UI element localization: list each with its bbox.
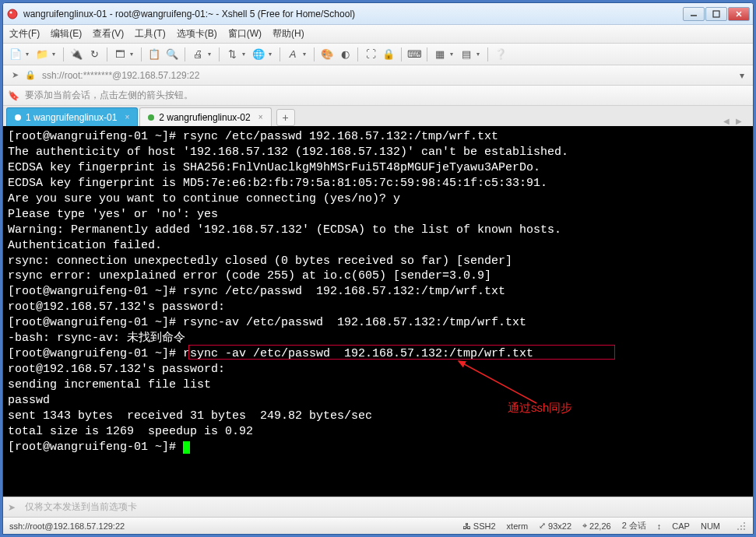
status-size: ⤢ 93x22 <box>539 521 571 531</box>
print-icon[interactable]: 🖨 <box>190 47 206 62</box>
minimize-button[interactable] <box>683 7 705 21</box>
menu-file[interactable]: 文件(F) <box>9 27 40 40</box>
tab-session-2[interactable]: 2 wangrufienglinux-02 × <box>139 107 271 126</box>
status-cap: CAP <box>672 521 690 531</box>
keyboard-icon[interactable]: ⌨ <box>406 47 422 62</box>
send-icon[interactable]: ➤ <box>8 502 22 513</box>
tile-icon[interactable]: ▤ <box>459 47 474 62</box>
dropdown-icon[interactable]: ▾ <box>269 51 275 58</box>
open-folder-icon[interactable]: 📁 <box>34 47 50 62</box>
status-updown-icon: ↕ <box>657 521 662 531</box>
fullscreen-icon[interactable]: ⛶ <box>363 47 378 62</box>
dropdown-icon[interactable]: ▾ <box>52 51 58 58</box>
properties-icon[interactable]: 🗔 <box>112 47 128 62</box>
svg-point-10 <box>737 528 739 530</box>
layout-icon[interactable]: ▦ <box>432 47 448 62</box>
app-window: wangruifenglinux-01 - root@wangruifeng-0… <box>2 2 754 535</box>
svg-point-9 <box>744 525 745 527</box>
menu-window[interactable]: 窗口(W) <box>228 27 262 40</box>
window-controls <box>683 7 750 21</box>
menu-view[interactable]: 查看(V) <box>93 27 124 40</box>
add-tab-button[interactable]: + <box>276 109 295 126</box>
copy-icon[interactable]: 📋 <box>146 47 162 62</box>
close-button[interactable] <box>728 7 750 21</box>
theme-icon[interactable]: ◐ <box>337 47 353 62</box>
terminal-line: Are you sure you want to continue connec… <box>8 191 748 207</box>
address-dropdown-icon[interactable]: ▾ <box>736 70 748 81</box>
arrow-icon[interactable]: ➤ <box>8 68 22 82</box>
dropdown-icon[interactable]: ▾ <box>476 51 483 58</box>
svg-point-8 <box>740 525 742 527</box>
terminal-line: root@192.168.57.132's password: <box>8 300 748 315</box>
svg-point-1 <box>10 11 12 13</box>
tab-close-icon[interactable]: × <box>125 113 129 121</box>
terminal-line: sending incremental file list <box>8 377 748 393</box>
svg-point-11 <box>740 528 742 530</box>
terminal-line: sent 1343 bytes received 31 bytes 249.82… <box>8 409 748 424</box>
search-icon[interactable]: 🔍 <box>164 47 180 62</box>
input-placeholder: 仅将文本发送到当前选项卡 <box>25 500 137 514</box>
new-session-icon[interactable]: 📄 <box>8 47 23 62</box>
help-icon[interactable]: ❔ <box>493 47 508 62</box>
resize-grip-icon[interactable] <box>736 521 747 532</box>
cursor-icon <box>183 441 190 454</box>
terminal-line: [root@wangruifeng-01 ~]# <box>8 440 748 455</box>
terminal[interactable]: [root@wangruifeng-01 ~]# rsync /etc/pass… <box>3 126 753 497</box>
menu-tab[interactable]: 选项卡(B) <box>177 27 217 40</box>
tab-label: 2 wangrufienglinux-02 <box>159 112 250 123</box>
lock-icon[interactable]: 🔒 <box>381 47 396 62</box>
tab-prev-icon[interactable]: ◀ <box>723 115 734 126</box>
toolbar: 📄▾ 📁▾ 🔌 ↻ 🗔▾ 📋 🔍 🖨▾ ⇅▾ 🌐▾ A▾ 🎨 ◐ ⛶ 🔒 ⌨ ▦… <box>3 44 753 65</box>
status-num: NUM <box>701 521 720 531</box>
terminal-line: [root@wangruifeng-01 ~]# rsync /etc/pass… <box>8 129 748 145</box>
dropdown-icon[interactable]: ▾ <box>303 51 309 58</box>
tab-next-icon[interactable]: ▶ <box>736 115 747 126</box>
globe-icon[interactable]: 🌐 <box>251 47 266 62</box>
terminal-line: [root@wangruifeng-01 ~]# rsync -av /etc/… <box>8 346 748 362</box>
lock-small-icon: 🔒 <box>23 68 37 82</box>
terminal-line: Warning: Permanently added '192.168.57.1… <box>8 223 748 238</box>
status-pos: ⌖ 22,26 <box>582 521 611 531</box>
terminal-line: ECDSA key fingerprint is SHA256:FnlVnUac… <box>8 160 748 176</box>
app-icon <box>6 8 19 20</box>
menu-tools[interactable]: 工具(T) <box>135 27 165 40</box>
titlebar[interactable]: wangruifenglinux-01 - root@wangruifeng-0… <box>3 3 753 25</box>
tab-session-1[interactable]: 1 wangruifenglinux-01 × <box>6 107 138 126</box>
maximize-button[interactable] <box>705 7 727 21</box>
window-title: wangruifenglinux-01 - root@wangruifeng-0… <box>23 9 683 19</box>
dropdown-icon[interactable]: ▾ <box>26 51 32 58</box>
menu-edit[interactable]: 编辑(E) <box>51 27 82 40</box>
status-connection: ssh://root@192.168.57.129:22 <box>9 521 452 531</box>
svg-point-12 <box>744 528 745 530</box>
terminal-line: passwd <box>8 393 748 409</box>
tab-label: 1 wangruifenglinux-01 <box>26 112 117 123</box>
color-icon[interactable]: 🎨 <box>319 47 335 62</box>
hint-text: 要添加当前会话，点击左侧的箭头按钮。 <box>25 89 193 102</box>
terminal-line: [root@wangruifeng-01 ~]# rsync-av /etc/p… <box>8 315 748 331</box>
reconnect-icon[interactable]: ↻ <box>86 47 102 62</box>
dropdown-icon[interactable]: ▾ <box>130 51 136 58</box>
svg-point-0 <box>8 9 17 19</box>
tab-close-icon[interactable]: × <box>258 113 263 121</box>
transfer-icon[interactable]: ⇅ <box>224 47 240 62</box>
menubar: 文件(F) 编辑(E) 查看(V) 工具(T) 选项卡(B) 窗口(W) 帮助(… <box>3 25 753 44</box>
terminal-line: Authentication failed. <box>8 238 748 254</box>
status-sessions: 2 会话 <box>622 520 646 532</box>
terminal-line: Please type 'yes' or 'no': yes <box>8 207 748 223</box>
status-dot-icon <box>15 114 21 121</box>
terminal-line: total size is 1269 speedup is 0.92 <box>8 424 748 440</box>
connect-icon[interactable]: 🔌 <box>69 47 84 62</box>
terminal-line: [root@wangruifeng-01 ~]# rsync /etc/pass… <box>8 284 748 300</box>
dropdown-icon[interactable]: ▾ <box>450 51 456 58</box>
dropdown-icon[interactable]: ▾ <box>208 51 214 58</box>
dropdown-icon[interactable]: ▾ <box>242 51 248 58</box>
terminal-line: -bash: rsync-av: 未找到命令 <box>8 331 748 346</box>
inputbar[interactable]: ➤ 仅将文本发送到当前选项卡 <box>3 497 753 517</box>
addressbar: ➤ 🔒 ssh://root:********@192.168.57.129:2… <box>3 65 753 86</box>
menu-help[interactable]: 帮助(H) <box>273 27 304 40</box>
font-icon[interactable]: A <box>285 47 301 62</box>
status-dot-icon <box>148 114 154 121</box>
bookmark-icon[interactable]: 🔖 <box>8 90 22 101</box>
address-text[interactable]: ssh://root:********@192.168.57.129:22 <box>39 68 736 82</box>
tabbar: 1 wangruifenglinux-01 × 2 wangrufienglin… <box>3 106 753 126</box>
